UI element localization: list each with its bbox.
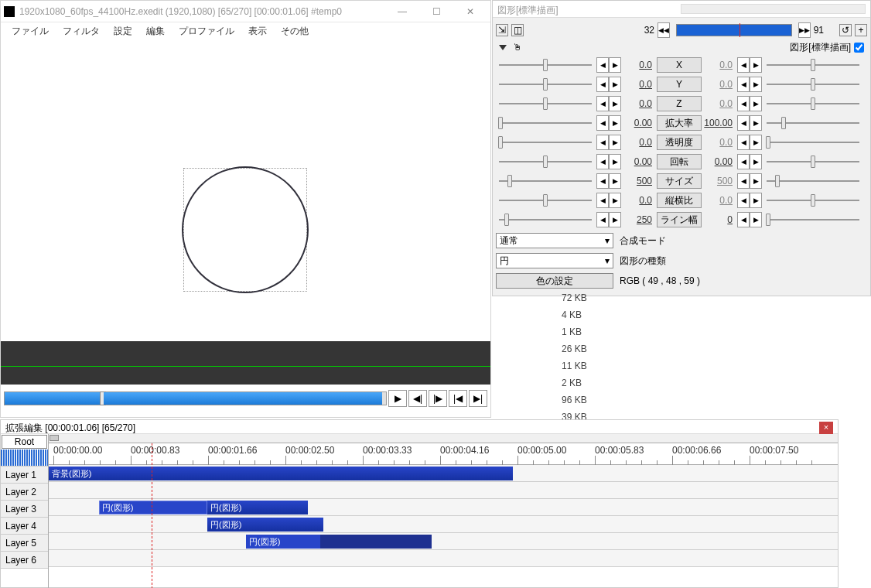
inc-left-button[interactable]: ▶ [609, 115, 621, 131]
inc-left-button[interactable]: ▶ [609, 135, 621, 150]
frame-fwd-button[interactable]: |▶ [429, 390, 447, 407]
value-right[interactable]: 500 [703, 176, 736, 186]
goto-end-button[interactable]: ▶| [469, 390, 487, 407]
slider-right[interactable] [763, 161, 862, 162]
slider-left[interactable] [496, 219, 595, 220]
value-right[interactable]: 0.0 [703, 137, 736, 148]
inc-right-button[interactable]: ▶ [750, 135, 762, 150]
menu-settings[interactable]: 設定 [108, 23, 138, 39]
inc-left-button[interactable]: ▶ [609, 96, 621, 111]
range-bar[interactable] [676, 24, 792, 36]
value-right[interactable]: 0 [703, 214, 736, 225]
value-right[interactable]: 0.0 [703, 195, 736, 206]
playhead[interactable] [152, 443, 152, 588]
minimize-button[interactable]: — [385, 1, 419, 22]
dec-right-button[interactable]: ◀ [737, 154, 750, 169]
value-right[interactable]: 0.0 [703, 98, 736, 109]
maximize-button[interactable]: ☐ [419, 1, 453, 22]
param-name-button[interactable]: Z [657, 96, 702, 111]
menu-filter[interactable]: フィルタ [56, 23, 106, 39]
value-left[interactable]: 0.0 [623, 195, 655, 206]
play-button[interactable]: ▶ [388, 390, 407, 407]
dec-left-button[interactable]: ◀ [596, 96, 609, 111]
value-right[interactable]: 0.0 [703, 79, 736, 90]
slider-right[interactable] [763, 122, 862, 124]
inc-right-button[interactable]: ▶ [750, 212, 762, 227]
param-name-button[interactable]: X [657, 57, 702, 73]
slider-right[interactable] [763, 64, 862, 66]
slider-left[interactable] [496, 103, 595, 104]
layer-label[interactable]: Layer 2 [1, 484, 48, 501]
value-left[interactable]: 250 [623, 214, 655, 225]
layer-label[interactable]: Layer 1 [1, 467, 48, 484]
menu-file[interactable]: ファイル [5, 23, 55, 39]
clip-circle-5[interactable]: 円(図形) [246, 535, 432, 549]
inc-right-button[interactable]: ▶ [750, 57, 762, 73]
dec-left-button[interactable]: ◀ [596, 193, 609, 208]
value-left[interactable]: 0.0 [623, 98, 655, 109]
slider-left[interactable] [496, 64, 595, 66]
range-next-button[interactable]: ▶▶ [798, 22, 811, 38]
time-ruler[interactable]: 00:00:00.0000:00:00.8300:00:01.6600:00:0… [49, 443, 838, 465]
dec-right-button[interactable]: ◀ [737, 77, 750, 92]
slider-left[interactable] [496, 122, 595, 124]
inc-right-button[interactable]: ▶ [750, 77, 762, 92]
layer-label[interactable]: Layer 5 [1, 535, 48, 552]
inc-right-button[interactable]: ▶ [750, 193, 762, 208]
dec-left-button[interactable]: ◀ [596, 135, 609, 150]
value-left[interactable]: 0.00 [623, 118, 655, 128]
layer-label[interactable]: Layer 3 [1, 501, 48, 518]
param-name-button[interactable]: Y [657, 77, 702, 92]
inc-left-button[interactable]: ▶ [609, 173, 621, 189]
slider-left[interactable] [496, 200, 595, 201]
param-name-button[interactable]: 拡大率 [657, 115, 702, 131]
dec-left-button[interactable]: ◀ [596, 212, 609, 227]
layer-label[interactable]: Layer 6 [1, 552, 48, 569]
menu-profile[interactable]: プロファイル [172, 23, 241, 39]
value-right[interactable]: 100.00 [703, 118, 736, 128]
close-button[interactable]: ✕ [453, 1, 487, 22]
value-left[interactable]: 0.0 [623, 137, 655, 148]
param-name-button[interactable]: 回転 [657, 154, 702, 169]
track-row-6[interactable] [49, 550, 838, 567]
slider-right[interactable] [763, 142, 862, 143]
reset-icon[interactable]: ↺ [839, 24, 852, 36]
dec-right-button[interactable]: ◀ [737, 57, 750, 73]
inc-left-button[interactable]: ▶ [609, 57, 621, 73]
value-left[interactable]: 500 [623, 176, 655, 186]
dec-right-button[interactable]: ◀ [737, 212, 750, 227]
section-enable-checkbox[interactable] [854, 43, 864, 53]
timeline-close-button[interactable]: × [819, 422, 833, 434]
dec-left-button[interactable]: ◀ [596, 77, 609, 92]
track-row-3[interactable]: 円(図形) 円(図形) [49, 499, 838, 516]
shape-type-dropdown[interactable]: 円 [496, 253, 613, 268]
frame-back-button[interactable]: ◀| [408, 390, 427, 407]
clip-circle-3a[interactable]: 円(図形) [99, 501, 207, 514]
inc-right-button[interactable]: ▶ [750, 173, 762, 189]
camera-icon[interactable]: ◫ [511, 24, 524, 36]
dec-right-button[interactable]: ◀ [737, 173, 750, 189]
slider-right[interactable] [763, 84, 862, 85]
dec-right-button[interactable]: ◀ [737, 193, 750, 208]
timeline-h-scrollbar[interactable] [49, 434, 838, 443]
menu-edit[interactable]: 編集 [140, 23, 171, 39]
clip-circle-3b[interactable]: 円(図形) [207, 501, 308, 514]
dec-right-button[interactable]: ◀ [737, 96, 750, 111]
scroll-thumb[interactable] [50, 435, 59, 441]
inc-left-button[interactable]: ▶ [609, 154, 621, 169]
add-icon[interactable]: + [855, 24, 867, 36]
value-right[interactable]: 0.00 [703, 156, 736, 167]
link-icon[interactable]: ⇲ [496, 24, 508, 36]
inc-left-button[interactable]: ▶ [609, 212, 621, 227]
dec-right-button[interactable]: ◀ [737, 115, 750, 131]
blend-mode-dropdown[interactable]: 通常 [496, 233, 613, 248]
clip-background[interactable]: 背景(図形) [49, 467, 513, 480]
slider-left[interactable] [496, 161, 595, 162]
param-name-button[interactable]: 縦横比 [657, 193, 702, 208]
param-name-button[interactable]: 透明度 [657, 135, 702, 150]
value-left[interactable]: 0.0 [623, 60, 655, 70]
slider-right[interactable] [763, 180, 862, 182]
progress-track[interactable] [4, 391, 387, 405]
inc-right-button[interactable]: ▶ [750, 115, 762, 131]
collapse-icon[interactable] [499, 45, 507, 50]
